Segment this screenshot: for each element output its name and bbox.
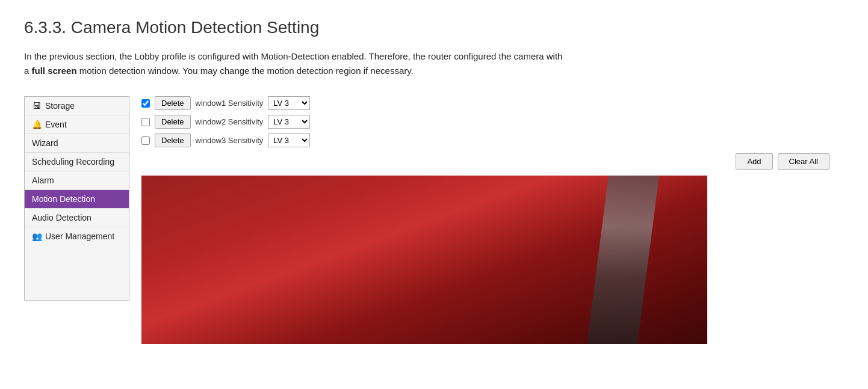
- sidebar-label-scheduling-recording: Scheduling Recording: [32, 157, 114, 167]
- sidebar-label-alarm: Alarm: [32, 176, 54, 185]
- sidebar: 🖫Storage🔔EventWizardScheduling Recording…: [24, 96, 129, 301]
- window-row-3: Deletewindow3 SensitivityLV 1LV 2LV 3LV …: [141, 133, 832, 147]
- sidebar-label-wizard: Wizard: [32, 138, 58, 148]
- window-label-window3: window3 Sensitivity: [196, 136, 264, 145]
- checkbox-window2[interactable]: [141, 118, 150, 126]
- checkbox-window1[interactable]: [141, 99, 150, 108]
- sidebar-item-user-management[interactable]: 👥User Management: [25, 227, 129, 245]
- sidebar-label-motion-detection: Motion Detection: [32, 194, 95, 204]
- sidebar-item-storage[interactable]: 🖫Storage: [25, 97, 129, 115]
- page-title: 6.3.3. Camera Motion Detection Setting: [24, 18, 844, 37]
- sensitivity-select-window2[interactable]: LV 1LV 2LV 3LV 4LV 5: [268, 115, 310, 129]
- sidebar-item-audio-detection[interactable]: Audio Detection: [25, 209, 129, 227]
- intro-bold: full screen: [32, 66, 77, 76]
- sidebar-item-event[interactable]: 🔔Event: [25, 115, 129, 134]
- sidebar-label-user-management: User Management: [45, 231, 114, 241]
- main-content: Deletewindow1 SensitivityLV 1LV 2LV 3LV …: [129, 96, 844, 344]
- camera-preview: [141, 176, 707, 344]
- window-row-1: Deletewindow1 SensitivityLV 1LV 2LV 3LV …: [141, 96, 832, 110]
- sidebar-label-storage: Storage: [45, 101, 75, 111]
- action-buttons: Add Clear All: [141, 153, 832, 170]
- event-icon: 🔔: [32, 120, 42, 129]
- delete-button-window3[interactable]: Delete: [155, 133, 191, 147]
- sidebar-item-scheduling-recording[interactable]: Scheduling Recording: [25, 153, 129, 171]
- user-management-icon: 👥: [32, 231, 42, 241]
- intro-paragraph: In the previous section, the Lobby profi…: [24, 49, 566, 78]
- window-row-2: Deletewindow2 SensitivityLV 1LV 2LV 3LV …: [141, 115, 832, 129]
- intro-text2: motion detection window. You may change …: [77, 66, 414, 76]
- delete-button-window2[interactable]: Delete: [155, 115, 191, 129]
- window-label-window1: window1 Sensitivity: [196, 99, 264, 108]
- add-button[interactable]: Add: [736, 153, 772, 170]
- sidebar-item-wizard[interactable]: Wizard: [25, 134, 129, 153]
- sensitivity-select-window3[interactable]: LV 1LV 2LV 3LV 4LV 5: [268, 133, 310, 147]
- sidebar-item-alarm[interactable]: Alarm: [25, 171, 129, 190]
- sidebar-label-audio-detection: Audio Detection: [32, 213, 91, 222]
- checkbox-window3[interactable]: [141, 136, 150, 145]
- sensitivity-select-window1[interactable]: LV 1LV 2LV 3LV 4LV 5: [268, 96, 310, 110]
- delete-button-window1[interactable]: Delete: [155, 96, 191, 110]
- windows-area: Deletewindow1 SensitivityLV 1LV 2LV 3LV …: [141, 96, 832, 147]
- clear-all-button[interactable]: Clear All: [778, 153, 829, 170]
- window-label-window2: window2 Sensitivity: [196, 117, 264, 126]
- sidebar-item-motion-detection[interactable]: Motion Detection: [25, 190, 129, 209]
- camera-preview-inner: [141, 176, 707, 344]
- storage-icon: 🖫: [32, 101, 42, 111]
- sidebar-label-event: Event: [45, 120, 67, 129]
- ui-container: 🖫Storage🔔EventWizardScheduling Recording…: [24, 96, 844, 344]
